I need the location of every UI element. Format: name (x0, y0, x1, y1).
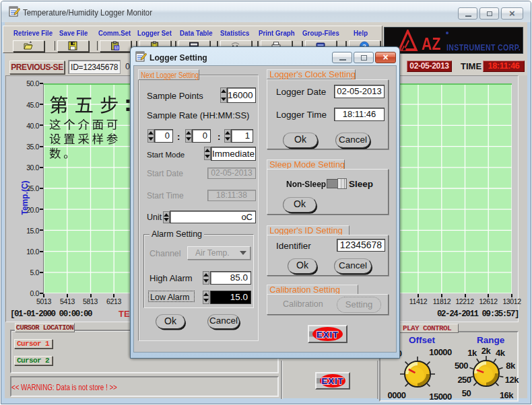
svg-text:EXIT: EXIT (317, 330, 339, 340)
svg-text:B: B (115, 46, 118, 50)
svg-text:EXIT: EXIT (322, 376, 344, 386)
